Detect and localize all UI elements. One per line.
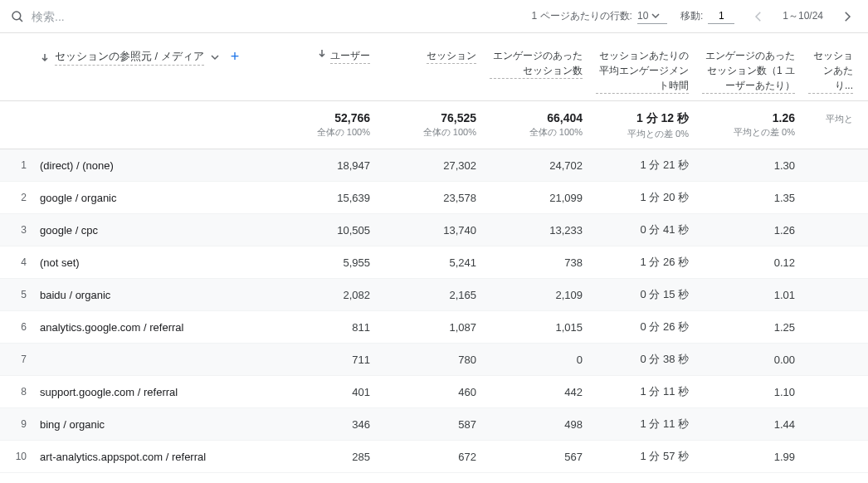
metric-cell: 2,165	[380, 281, 486, 310]
table-row[interactable]: 771178000 分 38 秒0.00	[0, 344, 868, 376]
metric-cell: 13,233	[486, 216, 592, 245]
page-range-label: 1～10/24	[783, 9, 823, 23]
metric-header[interactable]: セッション	[380, 33, 486, 71]
dimension-value[interactable]: (direct) / (none)	[33, 151, 274, 180]
table-row[interactable]: 3google / cpc10,50513,74013,2330 分 41 秒1…	[0, 214, 868, 246]
metric-cell: 811	[274, 313, 380, 342]
dimension-value[interactable]: google / cpc	[33, 216, 274, 245]
search-input[interactable]	[25, 7, 191, 27]
search-icon	[10, 9, 25, 24]
add-dimension-button[interactable]: +	[226, 48, 245, 66]
metric-header[interactable]: セッションあたり...	[805, 33, 863, 100]
metric-cell: 401	[274, 378, 380, 407]
table-row[interactable]: 10art-analytics.appspot.com / referral28…	[0, 441, 868, 473]
metric-cell: 18,947	[274, 151, 380, 180]
goto-input[interactable]	[708, 8, 734, 24]
next-page-button[interactable]	[836, 6, 858, 27]
summary-cell: 66,404全体の 100%	[486, 108, 592, 144]
table-row[interactable]: 1(direct) / (none)18,94727,30224,7021 分 …	[0, 149, 868, 182]
metric-cell	[805, 286, 863, 303]
summary-value: 66,404	[490, 111, 583, 124]
table-row[interactable]: 9bing / organic3465874981 分 11 秒1.44	[0, 408, 868, 441]
summary-cell: 平均と	[805, 108, 863, 144]
dimension-value[interactable]: analytics.google.com / referral	[33, 313, 274, 342]
metric-header-label: エンゲージのあったセッション数（1 ユーザーあたり）	[702, 48, 795, 94]
dimension-value[interactable]	[33, 351, 274, 368]
rows-per-page-select[interactable]: 10	[637, 8, 667, 24]
metric-header[interactable]: ユーザー	[274, 33, 380, 71]
metric-cell: 285	[274, 442, 380, 471]
metric-header-label: セッションあたりの平均エンゲージメント時間	[596, 48, 689, 94]
prev-page-button[interactable]	[748, 6, 769, 27]
rows-per-page-value: 10	[637, 10, 648, 22]
metric-cell	[805, 254, 863, 271]
report-table: セッションの参照元 / メディア + ユーザーセッションエンゲージのあったセッシ…	[0, 33, 868, 473]
dimension-dropdown[interactable]	[209, 51, 221, 63]
metric-cell: 27,302	[380, 151, 486, 180]
metric-cell: 587	[380, 410, 486, 439]
metric-cell: 23,578	[380, 183, 486, 212]
metric-cell	[805, 448, 863, 465]
dimension-value[interactable]: support.google.com / referral	[33, 378, 274, 407]
pager-controls: 1 ページあたりの行数: 10 移動: 1～10/24	[532, 6, 858, 27]
table-row[interactable]: 4(not set)5,9555,2417381 分 26 秒0.12	[0, 246, 868, 279]
metric-cell: 24,702	[486, 151, 592, 180]
metric-cell: 13,740	[380, 216, 486, 245]
metric-cell: 1.35	[699, 183, 805, 212]
metric-cell: 498	[486, 410, 592, 439]
rows-per-page-label: 1 ページあたりの行数:	[532, 9, 632, 23]
dimension-value[interactable]: baidu / organic	[33, 281, 274, 310]
metric-cell: 1 分 57 秒	[592, 441, 699, 472]
dimension-value[interactable]: (not set)	[33, 248, 274, 277]
table-row[interactable]: 5baidu / organic2,0822,1652,1090 分 15 秒1…	[0, 279, 868, 311]
svg-point-0	[12, 12, 21, 20]
metric-cell: 1 分 11 秒	[592, 408, 699, 440]
metric-header-label: セッションあたり...	[808, 48, 853, 94]
metric-cell: 15,639	[274, 183, 380, 212]
svg-line-1	[19, 18, 22, 22]
metric-cell	[805, 383, 863, 400]
summary-subtext: 全体の 100%	[383, 126, 476, 139]
summary-subtext: 全体の 100%	[277, 126, 370, 139]
metric-cell: 10,505	[274, 216, 380, 245]
summary-value: 76,525	[383, 111, 476, 124]
table-row[interactable]: 2google / organic15,63923,57821,0991 分 2…	[0, 182, 868, 214]
dimension-value[interactable]: google / organic	[33, 183, 274, 212]
metric-cell: 346	[274, 410, 380, 439]
metric-header[interactable]: エンゲージのあったセッション数（1 ユーザーあたり）	[699, 33, 805, 100]
table-row[interactable]: 6analytics.google.com / referral8111,087…	[0, 311, 868, 344]
dimension-value[interactable]: bing / organic	[33, 410, 274, 439]
goto-group: 移動:	[680, 8, 734, 24]
metric-cell: 0 分 38 秒	[592, 344, 699, 375]
metric-cell: 1.44	[699, 410, 805, 439]
metric-cell: 21,099	[486, 183, 592, 212]
metric-cell: 1.30	[699, 151, 805, 180]
metric-cell: 0.00	[699, 345, 805, 374]
dimension-label[interactable]: セッションの参照元 / メディア	[55, 49, 204, 66]
summary-subtext: 全体の 100%	[490, 126, 583, 139]
table-header-row: セッションの参照元 / メディア + ユーザーセッションエンゲージのあったセッシ…	[0, 33, 868, 101]
metric-cell: 442	[486, 378, 592, 407]
metric-cell: 5,955	[274, 248, 380, 277]
goto-label: 移動:	[680, 9, 703, 23]
dimension-value[interactable]: art-analytics.appspot.com / referral	[33, 442, 274, 471]
summary-value: 1.26	[702, 111, 795, 124]
summary-value: 1 分 12 秒	[596, 111, 689, 126]
metric-cell: 1,087	[380, 313, 486, 342]
caret-down-icon	[651, 12, 660, 20]
table-row[interactable]: 8support.google.com / referral4014604421…	[0, 376, 868, 408]
metric-cell: 0 分 26 秒	[592, 311, 699, 343]
sort-down-icon	[317, 48, 327, 58]
metric-cell: 0 分 41 秒	[592, 214, 699, 246]
metric-cell: 780	[380, 345, 486, 374]
metric-cell	[805, 189, 863, 206]
summary-cell: 76,525全体の 100%	[380, 108, 486, 144]
metric-cell: 1 分 20 秒	[592, 182, 699, 213]
summary-subtext: 平均との差 0%	[596, 128, 689, 140]
metric-header[interactable]: セッションあたりの平均エンゲージメント時間	[592, 33, 699, 100]
data-rows: 1(direct) / (none)18,94727,30224,7021 分 …	[0, 149, 868, 473]
summary-cell: 52,766全体の 100%	[274, 108, 380, 144]
summary-value: 52,766	[277, 111, 370, 124]
metric-cell: 1,015	[486, 313, 592, 342]
metric-header[interactable]: エンゲージのあったセッション数	[486, 33, 592, 85]
